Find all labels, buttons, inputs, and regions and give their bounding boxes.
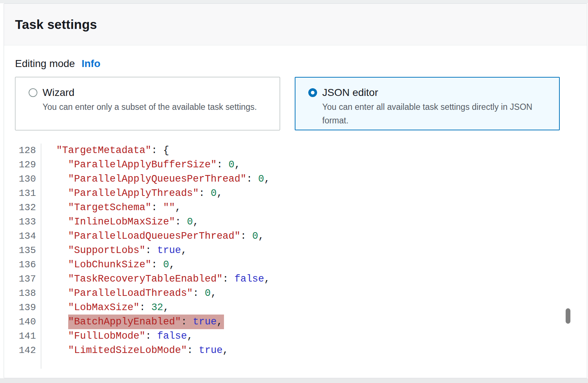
tile-json-editor-text: JSON editor You can enter all available …	[322, 87, 556, 127]
line-number: 131	[15, 186, 41, 201]
line-number: 135	[15, 243, 41, 258]
line-number: 129	[15, 158, 41, 172]
page-top-background	[0, 0, 588, 3]
line-number: 139	[15, 301, 41, 315]
line-number: 128	[15, 144, 41, 158]
code-line: 134 "ParallelLoadQueuesPerThread": 0,	[15, 229, 576, 243]
code-text[interactable]: "LobChunkSize": 0,	[41, 258, 175, 272]
code-line: 141 "FullLobMode": false,	[15, 329, 576, 343]
code-line: 128 "TargetMetadata": {	[15, 144, 576, 158]
line-number: 132	[15, 201, 41, 215]
page-background: Task settings Editing mode Info Wizard Y…	[0, 0, 588, 383]
search-highlight: "BatchApplyEnabled": true,	[68, 315, 224, 329]
code-line: 136 "LobChunkSize": 0,	[15, 258, 576, 272]
json-code-editor[interactable]: 128 "TargetMetadata": {129 "ParallelAppl…	[15, 144, 576, 371]
editing-mode-label: Editing mode	[15, 58, 75, 70]
line-number: 141	[15, 329, 41, 343]
code-line: 131 "ParallelApplyThreads": 0,	[15, 186, 576, 201]
radio-selected-icon[interactable]	[308, 88, 317, 97]
code-line: 130 "ParallelApplyQueuesPerThread": 0,	[15, 172, 576, 186]
code-text[interactable]: "LimitedSizeLobMode": true,	[41, 343, 228, 358]
code-text[interactable]: "InlineLobMaxSize": 0,	[41, 215, 199, 229]
line-number: 137	[15, 272, 41, 286]
code-line: 129 "ParallelApplyBufferSize": 0,	[15, 158, 576, 172]
tile-wizard-label: Wizard	[43, 87, 257, 98]
tile-json-editor-label: JSON editor	[322, 87, 556, 98]
line-number: 142	[15, 343, 41, 358]
code-text[interactable]: "ParallelLoadQueuesPerThread": 0,	[41, 229, 264, 243]
code-line: 142 "LimitedSizeLobMode": true,	[15, 343, 576, 358]
panel-body: Editing mode Info Wizard You can enter o…	[4, 45, 587, 382]
code-line: 138 "ParallelLoadThreads": 0,	[15, 286, 576, 301]
info-link[interactable]: Info	[81, 58, 100, 70]
code-line: 133 "InlineLobMaxSize": 0,	[15, 215, 576, 229]
task-settings-panel: Task settings Editing mode Info Wizard Y…	[4, 3, 587, 378]
code-line: 137 "TaskRecoveryTableEnabled": false,	[15, 272, 576, 286]
line-number: 138	[15, 286, 41, 301]
tile-wizard[interactable]: Wizard You can enter only a subset of th…	[15, 77, 280, 130]
page-bottom-background	[0, 378, 588, 383]
code-line-highlighted: 140 "BatchApplyEnabled": true,	[15, 315, 576, 329]
editing-mode-tiles: Wizard You can enter only a subset of th…	[15, 77, 576, 130]
code-text[interactable]: "ParallelApplyThreads": 0,	[41, 186, 223, 201]
line-number: 133	[15, 215, 41, 229]
code-line: 135 "SupportLobs": true,	[15, 243, 576, 258]
tile-json-editor-description: You can enter all available task setting…	[322, 100, 556, 127]
line-number: 134	[15, 229, 41, 243]
tile-wizard-text: Wizard You can enter only a subset of th…	[43, 87, 257, 114]
editing-mode-row: Editing mode Info	[15, 58, 576, 70]
tile-wizard-description: You can enter only a subset of the avail…	[43, 100, 257, 114]
code-text[interactable]: "ParallelApplyQueuesPerThread": 0,	[41, 172, 270, 186]
code-line: 132 "TargetSchema": "",	[15, 201, 576, 215]
code-text[interactable]: "TargetMetadata": {	[41, 144, 169, 158]
code-line: 139 "LobMaxSize": 32,	[15, 301, 576, 315]
line-number: 130	[15, 172, 41, 186]
code-lines: 128 "TargetMetadata": {129 "ParallelAppl…	[15, 144, 576, 358]
code-text[interactable]: "LobMaxSize": 32,	[41, 301, 169, 315]
code-text[interactable]: "ParallelApplyBufferSize": 0,	[41, 158, 240, 172]
code-text[interactable]: "ParallelLoadThreads": 0,	[41, 286, 217, 301]
tile-json-editor[interactable]: JSON editor You can enter all available …	[295, 77, 560, 130]
code-text[interactable]: "FullLobMode": false,	[41, 329, 193, 343]
page-title: Task settings	[15, 17, 97, 32]
code-text[interactable]: "TaskRecoveryTableEnabled": false,	[41, 272, 270, 286]
editor-scrollbar-thumb[interactable]	[566, 308, 570, 324]
code-text[interactable]: "BatchApplyEnabled": true,	[41, 315, 224, 329]
line-number: 140	[15, 315, 41, 329]
line-number: 136	[15, 258, 41, 272]
code-text[interactable]: "TargetSchema": "",	[41, 201, 181, 215]
panel-header: Task settings	[4, 4, 587, 45]
code-text[interactable]: "SupportLobs": true,	[41, 243, 187, 258]
radio-unselected-icon[interactable]	[29, 88, 37, 97]
